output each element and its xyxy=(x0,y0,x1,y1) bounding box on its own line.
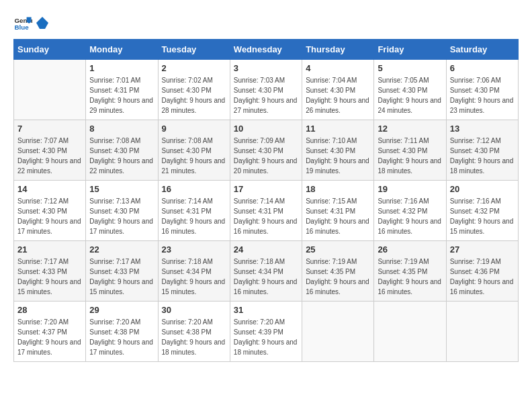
day-number: 17 xyxy=(234,184,298,194)
day-number: 6 xyxy=(450,63,515,73)
calendar-cell xyxy=(374,302,446,362)
day-number: 3 xyxy=(234,63,298,73)
day-number: 5 xyxy=(378,63,442,73)
day-number: 15 xyxy=(89,184,154,194)
calendar-cell xyxy=(14,60,86,120)
calendar-cell: 1Sunrise: 7:01 AMSunset: 4:31 PMDaylight… xyxy=(86,60,158,120)
day-info: Sunrise: 7:14 AMSunset: 4:31 PMDaylight:… xyxy=(234,196,298,236)
calendar-cell: 5Sunrise: 7:05 AMSunset: 4:30 PMDaylight… xyxy=(374,60,446,120)
day-number: 8 xyxy=(89,124,154,134)
day-info: Sunrise: 7:20 AMSunset: 4:38 PMDaylight:… xyxy=(89,317,154,357)
day-info: Sunrise: 7:12 AMSunset: 4:30 PMDaylight:… xyxy=(450,136,515,176)
calendar-cell: 24Sunrise: 7:18 AMSunset: 4:34 PMDayligh… xyxy=(230,241,302,302)
calendar-cell: 28Sunrise: 7:20 AMSunset: 4:37 PMDayligh… xyxy=(14,302,86,362)
svg-marker-2 xyxy=(36,17,48,29)
calendar-cell: 27Sunrise: 7:19 AMSunset: 4:36 PMDayligh… xyxy=(446,241,518,302)
day-number: 22 xyxy=(89,244,154,255)
calendar-cell: 7Sunrise: 7:07 AMSunset: 4:30 PMDaylight… xyxy=(14,120,86,181)
day-info: Sunrise: 7:06 AMSunset: 4:30 PMDaylight:… xyxy=(450,75,515,116)
day-number: 19 xyxy=(378,184,442,194)
calendar-cell: 16Sunrise: 7:14 AMSunset: 4:31 PMDayligh… xyxy=(158,181,230,241)
page-header: General Blue xyxy=(13,13,519,32)
calendar-cell: 9Sunrise: 7:08 AMSunset: 4:30 PMDaylight… xyxy=(158,120,230,181)
calendar-cell: 25Sunrise: 7:19 AMSunset: 4:35 PMDayligh… xyxy=(302,241,374,302)
calendar-week-row: 14Sunrise: 7:12 AMSunset: 4:30 PMDayligh… xyxy=(14,181,519,241)
weekday-header-sunday: Sunday xyxy=(14,40,86,60)
calendar-week-row: 21Sunrise: 7:17 AMSunset: 4:33 PMDayligh… xyxy=(14,241,519,302)
day-number: 10 xyxy=(234,124,298,134)
weekday-header-monday: Monday xyxy=(86,40,158,60)
calendar-cell: 14Sunrise: 7:12 AMSunset: 4:30 PMDayligh… xyxy=(14,181,86,241)
day-number: 20 xyxy=(450,184,515,194)
day-number: 13 xyxy=(450,124,515,134)
day-info: Sunrise: 7:15 AMSunset: 4:31 PMDaylight:… xyxy=(306,196,370,236)
day-number: 12 xyxy=(378,124,442,134)
calendar-cell: 3Sunrise: 7:03 AMSunset: 4:30 PMDaylight… xyxy=(230,60,302,120)
calendar-week-row: 28Sunrise: 7:20 AMSunset: 4:37 PMDayligh… xyxy=(14,302,519,362)
calendar-cell: 21Sunrise: 7:17 AMSunset: 4:33 PMDayligh… xyxy=(14,241,86,302)
calendar-cell xyxy=(446,302,518,362)
weekday-header-wednesday: Wednesday xyxy=(230,40,302,60)
day-number: 30 xyxy=(162,305,226,315)
day-info: Sunrise: 7:05 AMSunset: 4:30 PMDaylight:… xyxy=(378,75,442,116)
calendar-cell: 30Sunrise: 7:20 AMSunset: 4:38 PMDayligh… xyxy=(158,302,230,362)
calendar-cell: 12Sunrise: 7:11 AMSunset: 4:30 PMDayligh… xyxy=(374,120,446,181)
day-info: Sunrise: 7:19 AMSunset: 4:35 PMDaylight:… xyxy=(306,257,370,297)
calendar-body: 1Sunrise: 7:01 AMSunset: 4:31 PMDaylight… xyxy=(14,60,519,362)
calendar-cell: 23Sunrise: 7:18 AMSunset: 4:34 PMDayligh… xyxy=(158,241,230,302)
day-info: Sunrise: 7:14 AMSunset: 4:31 PMDaylight:… xyxy=(162,196,226,236)
weekday-header-saturday: Saturday xyxy=(446,40,518,60)
day-info: Sunrise: 7:17 AMSunset: 4:33 PMDaylight:… xyxy=(17,257,82,297)
day-number: 9 xyxy=(162,124,226,134)
day-info: Sunrise: 7:07 AMSunset: 4:30 PMDaylight:… xyxy=(17,136,82,176)
calendar-cell: 20Sunrise: 7:16 AMSunset: 4:32 PMDayligh… xyxy=(446,181,518,241)
day-info: Sunrise: 7:04 AMSunset: 4:30 PMDaylight:… xyxy=(306,75,370,116)
day-number: 1 xyxy=(89,63,154,73)
weekday-header-tuesday: Tuesday xyxy=(158,40,230,60)
day-info: Sunrise: 7:20 AMSunset: 4:39 PMDaylight:… xyxy=(234,317,298,357)
day-info: Sunrise: 7:16 AMSunset: 4:32 PMDaylight:… xyxy=(450,196,515,236)
day-info: Sunrise: 7:02 AMSunset: 4:30 PMDaylight:… xyxy=(162,75,226,116)
logo: General Blue xyxy=(13,13,50,32)
day-number: 23 xyxy=(162,244,226,255)
calendar-week-row: 7Sunrise: 7:07 AMSunset: 4:30 PMDaylight… xyxy=(14,120,519,181)
logo-icon: General Blue xyxy=(13,13,32,32)
day-number: 26 xyxy=(378,244,442,255)
day-info: Sunrise: 7:18 AMSunset: 4:34 PMDaylight:… xyxy=(162,257,226,297)
calendar-cell: 22Sunrise: 7:17 AMSunset: 4:33 PMDayligh… xyxy=(86,241,158,302)
day-info: Sunrise: 7:08 AMSunset: 4:30 PMDaylight:… xyxy=(162,136,226,176)
day-number: 21 xyxy=(17,244,82,255)
day-info: Sunrise: 7:01 AMSunset: 4:31 PMDaylight:… xyxy=(89,75,154,116)
day-info: Sunrise: 7:19 AMSunset: 4:35 PMDaylight:… xyxy=(378,257,442,297)
weekday-header-thursday: Thursday xyxy=(302,40,374,60)
calendar-cell: 18Sunrise: 7:15 AMSunset: 4:31 PMDayligh… xyxy=(302,181,374,241)
calendar-cell: 8Sunrise: 7:08 AMSunset: 4:30 PMDaylight… xyxy=(86,120,158,181)
day-number: 31 xyxy=(234,305,298,315)
weekday-header-friday: Friday xyxy=(374,40,446,60)
calendar-table: SundayMondayTuesdayWednesdayThursdayFrid… xyxy=(13,39,519,362)
day-info: Sunrise: 7:19 AMSunset: 4:36 PMDaylight:… xyxy=(450,257,515,297)
day-number: 28 xyxy=(17,305,82,315)
calendar-cell: 19Sunrise: 7:16 AMSunset: 4:32 PMDayligh… xyxy=(374,181,446,241)
day-number: 14 xyxy=(17,184,82,194)
calendar-cell: 10Sunrise: 7:09 AMSunset: 4:30 PMDayligh… xyxy=(230,120,302,181)
day-number: 27 xyxy=(450,244,515,255)
day-info: Sunrise: 7:12 AMSunset: 4:30 PMDaylight:… xyxy=(17,196,82,236)
calendar-cell xyxy=(302,302,374,362)
day-number: 2 xyxy=(162,63,226,73)
calendar-cell: 2Sunrise: 7:02 AMSunset: 4:30 PMDaylight… xyxy=(158,60,230,120)
day-number: 29 xyxy=(89,305,154,315)
calendar-cell: 4Sunrise: 7:04 AMSunset: 4:30 PMDaylight… xyxy=(302,60,374,120)
day-info: Sunrise: 7:20 AMSunset: 4:38 PMDaylight:… xyxy=(162,317,226,357)
logo-shape-icon xyxy=(35,15,50,30)
day-info: Sunrise: 7:16 AMSunset: 4:32 PMDaylight:… xyxy=(378,196,442,236)
day-number: 24 xyxy=(234,244,298,255)
day-info: Sunrise: 7:11 AMSunset: 4:30 PMDaylight:… xyxy=(378,136,442,176)
calendar-cell: 15Sunrise: 7:13 AMSunset: 4:30 PMDayligh… xyxy=(86,181,158,241)
day-info: Sunrise: 7:08 AMSunset: 4:30 PMDaylight:… xyxy=(89,136,154,176)
day-info: Sunrise: 7:13 AMSunset: 4:30 PMDaylight:… xyxy=(89,196,154,236)
day-number: 11 xyxy=(306,124,370,134)
calendar-cell: 13Sunrise: 7:12 AMSunset: 4:30 PMDayligh… xyxy=(446,120,518,181)
day-info: Sunrise: 7:03 AMSunset: 4:30 PMDaylight:… xyxy=(234,75,298,116)
calendar-header-row: SundayMondayTuesdayWednesdayThursdayFrid… xyxy=(14,40,519,60)
